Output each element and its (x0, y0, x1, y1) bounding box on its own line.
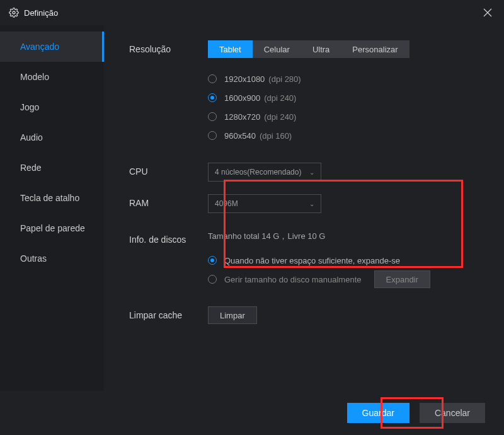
res-opt-960[interactable]: 960x540 (dpi 160) (208, 126, 485, 145)
sidebar-item-jogo[interactable]: Jogo (0, 92, 104, 122)
cache-label: Limpar cache (129, 306, 208, 324)
sidebar: Avançado Modelo Jogo Audio Rede Tecla de… (0, 25, 104, 391)
res-opt-1600[interactable]: 1600x900 (dpi 240) (208, 88, 485, 107)
section-ram: RAM 4096M ⌄ (129, 194, 485, 213)
sidebar-item-label: Outras (20, 253, 47, 264)
cpu-value: 4 núcleos(Recomendado) (215, 168, 301, 177)
sidebar-item-label: Audio (20, 132, 43, 142)
content-pane: Resolução Tablet Celular Ultra Personali… (104, 25, 504, 391)
sidebar-item-label: Avançado (20, 42, 59, 52)
disk-summary: Tamanho total 14 G，Livre 10 G (208, 231, 485, 242)
cpu-label: CPU (129, 163, 208, 182)
window-title: Definição (24, 8, 58, 18)
disk-opt-auto[interactable]: Quando não tiver espaço suficiente, expa… (208, 251, 485, 270)
footer: Guardar Cancelar (0, 391, 504, 435)
ram-value: 4096M (215, 199, 238, 208)
disk-label: Info. de discos (129, 231, 208, 289)
clear-cache-button[interactable]: Limpar (208, 306, 257, 324)
sidebar-item-tecla[interactable]: Tecla de atalho (0, 183, 104, 213)
sidebar-item-outras[interactable]: Outras (0, 243, 104, 274)
chevron-down-icon: ⌄ (309, 200, 314, 207)
sidebar-item-papel[interactable]: Papel de parede (0, 213, 104, 243)
titlebar: Definição (0, 0, 504, 25)
sidebar-item-label: Rede (20, 163, 41, 173)
disk-opt-manual[interactable]: Gerir tamanho do disco manualmente Expan… (208, 270, 485, 289)
tab-personalizar[interactable]: Personalizar (341, 40, 409, 58)
sidebar-item-label: Modelo (20, 72, 49, 82)
sidebar-item-avancado[interactable]: Avançado (0, 32, 104, 62)
tab-ultra[interactable]: Ultra (301, 40, 341, 58)
section-resolution: Resolução Tablet Celular Ultra Personali… (129, 40, 485, 145)
section-cache: Limpar cache Limpar (129, 306, 485, 324)
ram-label: RAM (129, 194, 208, 213)
res-opt-1280[interactable]: 1280x720 (dpi 240) (208, 107, 485, 126)
resolution-tabs: Tablet Celular Ultra Personalizar (208, 40, 485, 58)
sidebar-item-rede[interactable]: Rede (0, 153, 104, 183)
sidebar-item-label: Tecla de atalho (20, 193, 79, 203)
radio-icon (208, 131, 217, 140)
tab-tablet[interactable]: Tablet (208, 40, 253, 58)
tab-celular[interactable]: Celular (253, 40, 301, 58)
radio-icon (208, 74, 217, 83)
gear-icon (9, 8, 19, 18)
close-icon[interactable] (480, 5, 495, 20)
expand-button: Expandir (374, 270, 430, 288)
save-button[interactable]: Guardar (347, 403, 410, 423)
radio-icon (208, 275, 217, 284)
ram-select[interactable]: 4096M ⌄ (208, 194, 321, 213)
resolution-label: Resolução (129, 40, 208, 145)
section-cpu: CPU 4 núcleos(Recomendado) ⌄ (129, 163, 485, 182)
radio-icon (208, 112, 217, 121)
cpu-select[interactable]: 4 núcleos(Recomendado) ⌄ (208, 163, 321, 182)
radio-icon (208, 93, 217, 102)
sidebar-item-label: Papel de parede (20, 223, 85, 233)
chevron-down-icon: ⌄ (309, 169, 314, 176)
sidebar-item-modelo[interactable]: Modelo (0, 62, 104, 92)
radio-icon (208, 256, 217, 265)
section-disk: Info. de discos Tamanho total 14 G，Livre… (129, 231, 485, 289)
res-opt-1920[interactable]: 1920x1080 (dpi 280) (208, 69, 485, 88)
sidebar-item-label: Jogo (20, 102, 39, 112)
svg-point-0 (13, 11, 15, 14)
cancel-button[interactable]: Cancelar (420, 403, 485, 423)
sidebar-item-audio[interactable]: Audio (0, 122, 104, 153)
